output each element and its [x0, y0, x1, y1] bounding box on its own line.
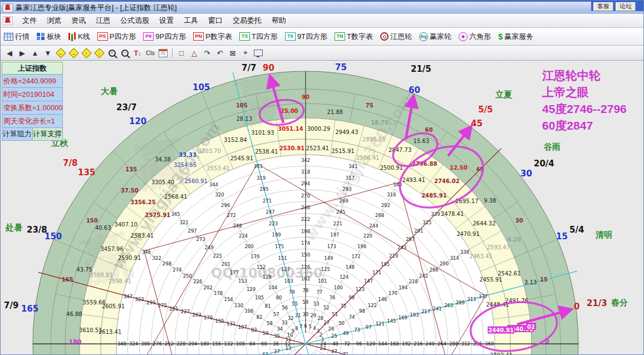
svg-text:8: 8: [295, 326, 298, 331]
menu-item-窗口[interactable]: 窗口: [203, 14, 228, 27]
svg-text:15: 15: [540, 277, 548, 283]
svg-text:344: 344: [209, 182, 218, 188]
svg-text:130: 130: [234, 303, 243, 308]
rotccw-button[interactable]: ↶: [214, 47, 225, 58]
toolbar-button-行情[interactable]: 行情: [4, 32, 30, 42]
svg-text:240: 240: [426, 341, 435, 347]
P数字表-icon: PN: [193, 32, 204, 41]
calc-support-button[interactable]: 计算支撑: [33, 128, 63, 141]
svg-text:5: 5: [309, 324, 312, 329]
gann-wheel-chart-area[interactable]: 上证指数 价格=2440.9099时间=20190104变换系数=1.00000…: [1, 61, 644, 355]
toolbar-button-江恩轮[interactable]: 江恩轮: [380, 32, 412, 42]
menu-item-江恩[interactable]: 江恩: [91, 14, 115, 27]
forward-button[interactable]: ▶: [17, 47, 28, 58]
maximize-button[interactable]: ⊠: [227, 47, 238, 58]
center-button[interactable]: ⌖: [240, 47, 251, 58]
toolbar-button-9T四方形[interactable]: T99T四方形: [285, 32, 327, 42]
tud-button[interactable]: T↕: [132, 47, 143, 58]
svg-text:99: 99: [348, 295, 355, 300]
forum-button[interactable]: 论坛: [616, 2, 636, 11]
toolbar-button-T四方形[interactable]: TST四方形: [239, 32, 278, 42]
rotcw-button[interactable]: ↷: [201, 47, 213, 58]
back-button[interactable]: ◀: [4, 47, 15, 58]
menu-item-帮助[interactable]: 帮助: [267, 14, 291, 27]
svg-text:200: 200: [245, 244, 254, 249]
wheel-label-7/7: 7/7: [242, 63, 256, 73]
svg-text:289: 289: [456, 300, 465, 305]
svg-text:2478.41: 2478.41: [441, 211, 464, 217]
panel-row-1: 时间=20190104: [2, 88, 63, 101]
svg-text:296: 296: [221, 203, 230, 208]
toolbar-button-赢家服务[interactable]: $赢家服务: [498, 32, 533, 42]
svg-text:151: 151: [278, 255, 287, 261]
svg-text:2470.91: 2470.91: [456, 231, 479, 237]
svg-text:198: 198: [301, 229, 310, 234]
down-button[interactable]: ▼: [42, 47, 53, 58]
svg-text:168: 168: [390, 341, 399, 347]
customer-service-button[interactable]: 客服: [593, 2, 613, 11]
zoomin-button[interactable]: +: [106, 47, 117, 58]
toolbar-button-六角形[interactable]: ◆六角形: [459, 32, 491, 42]
cls-button[interactable]: Cls: [145, 47, 156, 58]
toolbar-button-P数字表[interactable]: PNP数字表: [193, 32, 232, 42]
svg-text:338: 338: [460, 249, 469, 255]
svg-text:28.13: 28.13: [236, 116, 252, 122]
wheel-label-春分: 春分: [611, 298, 628, 308]
wheel-label-135: 135: [78, 167, 95, 178]
dright-button[interactable]: →: [68, 47, 79, 58]
svg-text:104: 104: [268, 285, 277, 290]
menu-item-文件[interactable]: 文件: [17, 14, 42, 27]
svg-text:292: 292: [381, 203, 390, 208]
up-button[interactable]: ▲: [30, 47, 41, 58]
svg-text:30: 30: [515, 218, 523, 224]
menu-item-设置[interactable]: 设置: [154, 14, 179, 27]
menu-item-工具[interactable]: 工具: [179, 14, 203, 27]
menu-item-资讯[interactable]: 资讯: [66, 14, 91, 27]
triangle-button[interactable]: △: [189, 47, 200, 58]
svg-text:165: 165: [62, 277, 73, 283]
menu-item-浏览[interactable]: 浏览: [42, 14, 66, 27]
menu-item-交易委托[interactable]: 交易委托: [228, 14, 267, 27]
wheel-label-20/4: 20/4: [534, 159, 554, 169]
svg-text:290: 290: [440, 261, 449, 267]
svg-text:33.33: 33.33: [179, 152, 196, 158]
svg-text:266: 266: [430, 267, 439, 273]
screen-button[interactable]: [253, 47, 264, 58]
zoomout-button[interactable]: −: [119, 47, 130, 58]
svg-text:197: 197: [330, 232, 339, 238]
menu-item-公式选股[interactable]: 公式选股: [115, 14, 154, 27]
svg-text:105: 105: [255, 295, 264, 300]
svg-text:2590.91: 2590.91: [118, 255, 141, 261]
ddown-button[interactable]: ↓: [94, 47, 105, 58]
dup-button[interactable]: ↑: [81, 47, 92, 58]
wheel-label-165: 165: [21, 304, 38, 314]
svg-text:267: 267: [406, 236, 415, 242]
svg-text:25.00: 25.00: [281, 108, 298, 114]
svg-text:27: 27: [323, 320, 330, 326]
toolbar-button-P四方形[interactable]: PSP四方形: [97, 32, 136, 42]
toolbar-button-板块[interactable]: 板块: [37, 32, 61, 42]
note-line-2: 45度2746--2796: [542, 101, 627, 117]
赢家服务-icon: $: [498, 32, 503, 41]
toolbar-button-T数字表[interactable]: TNT数字表: [335, 32, 373, 42]
toolbar-button-赢家轮[interactable]: Big赢家轮: [419, 32, 451, 42]
toolbar-label: P四方形: [110, 32, 136, 42]
toolbar-label: K线: [78, 32, 90, 42]
toolbar-button-9P四方形[interactable]: P99P四方形: [143, 32, 186, 42]
svg-text:288: 288: [449, 341, 458, 347]
svg-text:315: 315: [422, 220, 431, 225]
wheel-label-90: 90: [263, 63, 274, 73]
svg-text:271: 271: [263, 198, 272, 204]
svg-text:75: 75: [366, 102, 373, 109]
wheel-label-15: 15: [556, 231, 568, 241]
annotation-note: 江恩轮中轮上帝之眼45度2746--279660度2847: [542, 67, 627, 134]
svg-text:2568.41: 2568.41: [164, 194, 187, 200]
svg-text:347: 347: [124, 294, 132, 299]
dleft-button[interactable]: ←: [55, 47, 66, 58]
svg-text:342: 342: [301, 157, 310, 163]
square-button[interactable]: □: [176, 47, 187, 58]
svg-text:2593.47: 2593.47: [487, 244, 510, 250]
toolbar-button-K线[interactable]: K线: [68, 32, 90, 42]
calendar-button[interactable]: 21: [158, 47, 169, 58]
calc-resistance-button[interactable]: 计算阻力: [2, 128, 33, 141]
